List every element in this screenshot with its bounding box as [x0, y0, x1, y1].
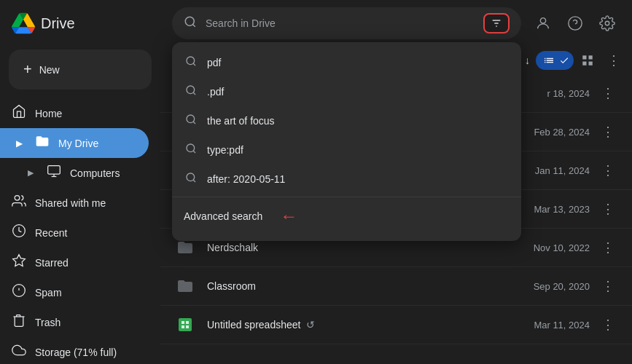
svg-rect-0 — [48, 166, 61, 175]
red-arrow-icon: ← — [280, 206, 297, 226]
sidebar-home-label: Home — [35, 108, 140, 119]
classroom-date: Sep 20, 2020 — [517, 281, 590, 292]
sidebar-item-trash[interactable]: Trash — [0, 307, 149, 337]
help-icon — [567, 15, 583, 31]
sidebar-item-storage[interactable]: Storage (71% full) — [0, 337, 149, 364]
sidebar-item-spam[interactable]: Spam — [0, 277, 149, 307]
search-filter-button[interactable] — [483, 13, 510, 33]
file-more-button[interactable]: ⋮ — [596, 82, 620, 104]
search-dropdown: pdf .pdf the art of focus — [172, 42, 521, 241]
dropdown-search-icon-3 — [184, 114, 198, 128]
file-more-button[interactable]: ⋮ — [596, 159, 620, 181]
dropdown-pdf-label: pdf — [207, 57, 221, 68]
list-view-icon — [543, 55, 555, 66]
sidebar-recent-label: Recent — [35, 227, 140, 239]
sidebar-trash-label: Trash — [35, 317, 140, 328]
sidebar-item-shared[interactable]: Shared with me — [0, 188, 149, 218]
spreadsheet-svg-icon — [176, 316, 194, 333]
dropdown-search-icon-5 — [184, 172, 198, 186]
starred-icon — [12, 253, 26, 272]
sidebar-item-home[interactable]: Home — [0, 98, 149, 128]
folder-svg-icon-5 — [176, 277, 194, 295]
file-name: Classroom — [207, 280, 517, 292]
sidebar: Drive + New Home ▶ My Drive ▶ Computers … — [0, 0, 160, 364]
svg-point-24 — [540, 18, 545, 23]
dropdown-search-icon-2 — [184, 84, 198, 99]
search-input[interactable] — [206, 17, 475, 29]
sidebar-starred-label: Starred — [35, 257, 140, 269]
svg-line-23 — [193, 180, 195, 182]
nerdschalk-date: Nov 10, 2022 — [517, 242, 590, 253]
more-options-button[interactable]: ⋮ — [601, 50, 626, 71]
sidebar-item-computers[interactable]: ▶ Computers — [0, 158, 149, 188]
svg-point-16 — [187, 86, 195, 94]
computers-icon — [47, 164, 61, 182]
dropdown-after-date-label: after: 2020-05-11 — [207, 173, 285, 185]
spreadsheet-date: Mar 11, 2024 — [517, 320, 590, 331]
svg-rect-28 — [179, 318, 192, 331]
main-content: pdf .pdf the art of focus — [160, 0, 632, 364]
sidebar-logo: Drive — [0, 6, 160, 47]
svg-marker-5 — [13, 255, 26, 266]
new-button-label: New — [39, 64, 60, 76]
sidebar-item-recent[interactable]: Recent — [0, 218, 149, 248]
sidebar-my-drive-label: My Drive — [58, 138, 140, 149]
header-actions — [530, 10, 620, 36]
nerdschalk-name-text: Nerdschalk — [207, 242, 258, 253]
checkmark-icon — [559, 55, 569, 66]
dropdown-item-dotpdf[interactable]: .pdf — [172, 77, 521, 106]
file-more-button[interactable]: ⋮ — [596, 121, 620, 143]
svg-line-21 — [193, 151, 195, 153]
file-more-button[interactable]: ⋮ — [596, 237, 620, 258]
new-button[interactable]: + New — [9, 50, 152, 90]
filter-icon — [491, 17, 502, 29]
svg-point-20 — [187, 144, 195, 152]
file-more-button[interactable]: ⋮ — [596, 198, 620, 220]
dropdown-item-after-date[interactable]: after: 2020-05-11 — [172, 165, 521, 194]
advanced-search-row[interactable]: Advanced search ← — [172, 197, 521, 235]
dropdown-item-pdf[interactable]: pdf — [172, 48, 521, 77]
search-bar-container: pdf .pdf the art of focus — [172, 7, 521, 39]
dropdown-item-art-focus[interactable]: the art of focus — [172, 106, 521, 135]
file-more-button[interactable]: ⋮ — [596, 275, 620, 297]
svg-point-3 — [15, 196, 20, 201]
account-icon — [535, 15, 551, 31]
dropdown-item-type-pdf[interactable]: type:pdf — [172, 135, 521, 165]
grid-view-button[interactable] — [574, 50, 601, 71]
svg-line-15 — [193, 63, 195, 66]
settings-button[interactable] — [594, 10, 620, 36]
hardway-date: Mar 13, 2023 — [517, 204, 590, 215]
sidebar-item-starred[interactable]: Starred — [0, 248, 149, 277]
sidebar-spam-label: Spam — [35, 287, 140, 298]
svg-rect-32 — [186, 325, 189, 328]
search-icon — [184, 15, 197, 32]
classroom-name-text: Classroom — [207, 280, 256, 292]
sync-icon: ↺ — [306, 319, 315, 331]
arrow-annotation: ← — [274, 206, 297, 226]
grid-view-icon — [581, 54, 594, 67]
svg-point-18 — [187, 115, 195, 123]
svg-rect-31 — [182, 325, 184, 328]
dropdown-type-pdf-label: type:pdf — [207, 144, 243, 156]
table-row[interactable]: Untitled spreadsheet ↺ Mar 11, 2024 ⋮ — [160, 306, 632, 344]
file-date: r 18, 2024 — [517, 88, 590, 99]
dropdown-art-focus-label: the art of focus — [207, 115, 275, 127]
table-row[interactable]: Classroom Sep 20, 2020 ⋮ — [160, 267, 632, 306]
account-button[interactable] — [530, 10, 556, 36]
spam-icon — [12, 283, 26, 301]
trash-icon — [12, 313, 26, 331]
more-dots-icon: ⋮ — [607, 53, 620, 68]
audiobooks-date: Feb 28, 2024 — [517, 127, 590, 138]
my-drive-folder-icon — [35, 134, 50, 152]
svg-point-9 — [185, 17, 194, 25]
sidebar-item-my-drive[interactable]: ▶ My Drive — [0, 128, 149, 158]
search-bar — [172, 7, 521, 39]
file-more-button[interactable]: ⋮ — [596, 314, 620, 336]
svg-point-25 — [569, 17, 582, 30]
sidebar-shared-label: Shared with me — [35, 197, 140, 209]
help-button[interactable] — [562, 10, 588, 36]
svg-line-17 — [193, 92, 195, 95]
svg-point-14 — [187, 57, 195, 65]
list-view-button[interactable] — [536, 51, 574, 70]
folder-svg-icon-4 — [176, 239, 194, 256]
